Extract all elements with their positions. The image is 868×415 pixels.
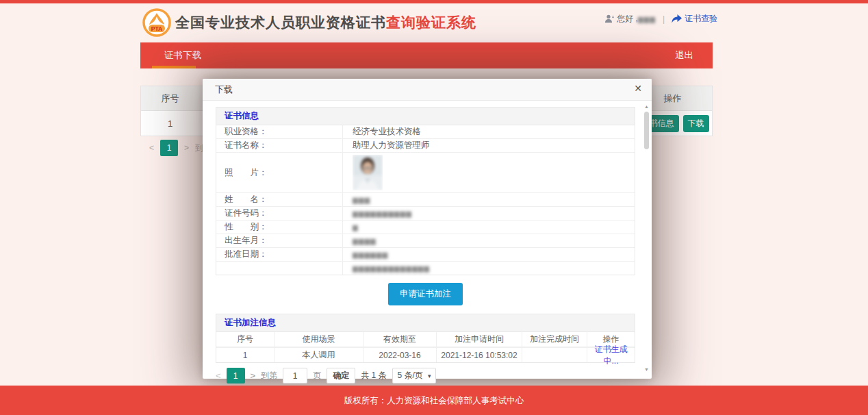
separator: | [663, 14, 665, 24]
pta-logo-icon: PTA [142, 8, 171, 37]
field-value: 助理人力资源管理师 [343, 139, 635, 152]
page-header: PTA 全国专业技术人员职业资格证书查询验证系统 您好 , ▆▆▆ | 证书查验 [0, 3, 868, 42]
info-row-extra: ▆▆▆▆▆▆▆▆▆▆▆▆▆ [216, 262, 635, 275]
field-label: 照 片： [216, 153, 343, 192]
next-page-icon[interactable]: > [251, 370, 256, 381]
cert-verify-label: 证书查验 [685, 13, 717, 25]
col-seq: 序号 [216, 332, 275, 347]
next-page-icon[interactable]: > [184, 143, 189, 153]
field-label: 性 别： [216, 221, 343, 234]
page-title-accent: 查询验证系统 [386, 13, 476, 32]
cell-scene: 本人调用 [275, 348, 363, 362]
active-tab-indicator [152, 66, 196, 68]
cert-verify-link[interactable]: 证书查验 [672, 13, 717, 25]
field-label: 出生年月： [216, 234, 343, 247]
goto-suffix: 页 [313, 370, 321, 381]
field-label: 证书名称： [216, 139, 343, 152]
page-title: 全国专业技术人员职业资格证书 [175, 13, 386, 32]
goto-page-input[interactable] [283, 368, 307, 383]
tab-cert-download[interactable]: 证书下载 [164, 42, 201, 68]
modal-scrollbar[interactable]: ▲ ▼ [643, 103, 650, 373]
field-label: 证件号码： [216, 207, 343, 220]
annotation-table: 证书加注信息 序号 使用场景 有效期至 加注申请时间 加注完成时间 操作 1 本… [216, 314, 635, 363]
field-value-redacted: ▆▆▆▆ [343, 236, 635, 245]
download-button[interactable]: 下载 [683, 115, 709, 132]
cert-info-table: 证书信息 职业资格： 经济专业技术资格 证书名称： 助理人力资源管理师 照 片： [216, 107, 635, 275]
field-label: 职业资格： [216, 125, 343, 138]
info-row-cert-name: 证书名称： 助理人力资源管理师 [216, 139, 635, 153]
user-bar: 您好 , ▆▆▆ | 证书查验 [604, 13, 717, 25]
cell-seq: 1 [216, 348, 275, 362]
field-value [343, 153, 635, 192]
prev-page-icon[interactable]: < [149, 143, 154, 153]
info-row-photo: 照 片： [216, 153, 635, 193]
prev-page-icon[interactable]: < [216, 370, 221, 381]
total-count: 共 1 条 [361, 370, 386, 381]
annotation-row: 1 本人调用 2022-03-16 2021-12-16 10:53:02 证书… [216, 347, 635, 362]
apply-annotation-button[interactable]: 申请证书加注 [388, 283, 463, 305]
field-value-redacted: ▆▆▆▆▆▆▆▆▆▆ [343, 209, 635, 218]
main-nav: 证书下载 退出 [140, 42, 713, 68]
annotation-section-title: 证书加注信息 [216, 314, 635, 332]
info-row-birth-date: 出生年月： ▆▆▆▆ [216, 234, 635, 248]
svg-text:PTA: PTA [151, 25, 162, 32]
info-row-approval-date: 批准日期： ▆▆▆▆▆▆ [216, 248, 635, 262]
jump-arrow-icon [672, 14, 682, 23]
info-row-id-number: 证件号码： ▆▆▆▆▆▆▆▆▆▆ [216, 207, 635, 221]
col-apply-time: 加注申请时间 [437, 332, 522, 347]
footer: 版权所有：人力资源和社会保障部人事考试中心 [0, 386, 868, 415]
page-size-value: 5 条/页 [398, 370, 423, 381]
col-valid-until: 有效期至 [363, 332, 437, 347]
scrollbar-thumb[interactable] [644, 112, 649, 149]
modal-body: 证书信息 职业资格： 经济专业技术资格 证书名称： 助理人力资源管理师 照 片： [203, 101, 652, 379]
modal-pagination: < 1 > 到第 页 确定 共 1 条 5 条/页 ▾ [216, 368, 635, 383]
cell-valid-until: 2022-03-16 [363, 348, 437, 362]
confirm-button[interactable]: 确定 [327, 368, 355, 383]
page-size-select[interactable]: 5 条/页 ▾ [392, 368, 437, 383]
field-value-redacted: ▆▆▆▆▆▆▆▆▆▆▆▆▆ [343, 264, 635, 273]
field-label: 姓 名： [216, 193, 343, 206]
greeting-text: 您好 , [617, 13, 638, 25]
field-value-redacted: ▆ [343, 223, 635, 231]
cell-apply-time: 2021-12-16 10:53:02 [437, 348, 522, 362]
col-finish-time: 加注完成时间 [522, 332, 587, 347]
page-1-button[interactable]: 1 [227, 368, 245, 383]
cert-info-section-title: 证书信息 [216, 108, 635, 125]
col-scene: 使用场景 [275, 332, 363, 347]
field-label: 批准日期： [216, 248, 343, 261]
info-row-qualification: 职业资格： 经济专业技术资格 [216, 125, 635, 139]
chevron-down-icon: ▾ [428, 373, 431, 379]
cert-generating-link[interactable]: 证书生成中... [587, 344, 635, 367]
download-modal: 下载 ✕ 证书信息 职业资格： 经济专业技术资格 证书名称： 助理人力资源管理师… [203, 79, 652, 379]
annotation-header-row: 序号 使用场景 有效期至 加注申请时间 加注完成时间 操作 [216, 332, 635, 347]
row-seq: 1 [141, 118, 199, 129]
brand: PTA 全国专业技术人员职业资格证书查询验证系统 [142, 8, 476, 37]
info-row-gender: 性 别： ▆ [216, 221, 635, 234]
modal-title: 下载 [203, 79, 652, 101]
field-value-redacted: ▆▆▆ [343, 195, 635, 204]
goto-prefix: 到第 [261, 370, 277, 381]
col-header-action-label: 操作 [664, 92, 682, 105]
close-icon[interactable]: ✕ [634, 84, 642, 93]
logout-button[interactable]: 退出 [675, 42, 693, 68]
user-icon [604, 14, 614, 23]
field-value: 经济专业技术资格 [343, 125, 635, 138]
page-1-button[interactable]: 1 [160, 140, 178, 156]
id-photo [353, 155, 383, 190]
info-row-name: 姓 名： ▆▆▆ [216, 193, 635, 207]
field-label [216, 262, 343, 275]
cell-finish-time [522, 348, 587, 362]
col-header-seq: 序号 [141, 92, 199, 105]
copyright-text: 版权所有：人力资源和社会保障部人事考试中心 [344, 396, 524, 405]
field-value-redacted: ▆▆▆▆▆▆ [343, 250, 635, 259]
apply-button-wrap: 申请证书加注 [216, 283, 635, 305]
user-name-redacted: ▆▆▆ [638, 15, 656, 23]
scroll-up-icon[interactable]: ▲ [643, 103, 650, 110]
scroll-down-icon[interactable]: ▼ [643, 366, 650, 373]
